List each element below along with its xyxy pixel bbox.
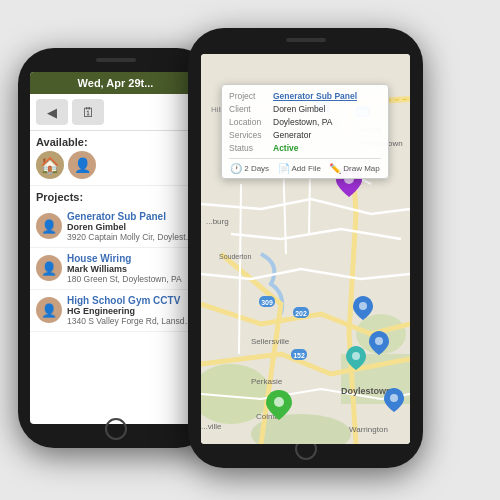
- available-avatar-1: 🏠: [36, 151, 64, 179]
- left-nav: ◀ 🗓: [30, 94, 201, 131]
- popup-client-value: Doren Gimbel: [273, 104, 325, 115]
- svg-point-37: [274, 397, 284, 407]
- popup-services-label: Services: [229, 130, 273, 141]
- popup-action-file[interactable]: 📄 Add File: [278, 163, 321, 174]
- popup-client-label: Client: [229, 104, 273, 115]
- project-item-2[interactable]: 👤 House Wiring Mark Williams 180 Green S…: [30, 248, 201, 290]
- popup-action-draw[interactable]: ✏️ Draw Map: [329, 163, 379, 174]
- svg-text:309: 309: [261, 299, 273, 306]
- project-avatar-2: 👤: [36, 255, 62, 281]
- popup-action-draw-label: Draw Map: [343, 164, 379, 173]
- left-phone: Wed, Apr 29t... ◀ 🗓 Available: 🏠 👤 Proje…: [18, 48, 213, 448]
- project-info-2: House Wiring Mark Williams 180 Green St,…: [67, 253, 195, 284]
- left-phone-screen: Wed, Apr 29t... ◀ 🗓 Available: 🏠 👤 Proje…: [30, 72, 201, 424]
- popup-status-value: Active: [273, 143, 299, 154]
- project-item[interactable]: 👤 Generator Sub Panel Doren Gimbel 3920 …: [30, 206, 201, 248]
- svg-text:Perkasie: Perkasie: [251, 377, 283, 386]
- popup-actions: 🕐 2 Days 📄 Add File ✏️ Draw Map: [229, 158, 381, 178]
- project-client-3: HG Engineering: [67, 306, 195, 316]
- popup-services-value: Generator: [273, 130, 311, 141]
- svg-text:Warrington: Warrington: [349, 425, 388, 434]
- project-addr-1: 3920 Captain Molly Cir, Doylestown, P: [67, 232, 195, 242]
- project-item-3[interactable]: 👤 High School Gym CCTV HG Engineering 13…: [30, 290, 201, 332]
- project-title-2: House Wiring: [67, 253, 195, 264]
- popup-action-file-label: Add File: [292, 164, 321, 173]
- project-client-1: Doren Gimbel: [67, 222, 195, 232]
- back-icon: ◀: [47, 105, 57, 120]
- popup-client-row: Client Doren Gimbel: [229, 104, 381, 115]
- right-phone: 78 611 309 202 152 Hellertown Alexa... F…: [188, 28, 423, 468]
- calendar-icon: 🗓: [82, 105, 95, 120]
- popup-project-value[interactable]: Generator Sub Panel: [273, 91, 357, 102]
- project-avatar-3: 👤: [36, 297, 62, 323]
- svg-point-33: [375, 337, 383, 345]
- popup-location-value: Doylestown, PA: [273, 117, 332, 128]
- popup-action-days-label: 2 Days: [244, 164, 269, 173]
- svg-text:...ville: ...ville: [201, 422, 222, 431]
- popup-location-label: Location: [229, 117, 273, 128]
- svg-text:152: 152: [293, 352, 305, 359]
- svg-point-35: [352, 352, 360, 360]
- svg-point-31: [359, 302, 367, 310]
- right-phone-screen: 78 611 309 202 152 Hellertown Alexa... F…: [201, 54, 410, 444]
- popup-status-row: Status Active: [229, 143, 381, 154]
- popup-project-row: Project Generator Sub Panel: [229, 91, 381, 102]
- svg-text:202: 202: [295, 310, 307, 317]
- popup-location-row: Location Doylestown, PA: [229, 117, 381, 128]
- available-label: Available:: [30, 131, 201, 151]
- project-info-3: High School Gym CCTV HG Engineering 1340…: [67, 295, 195, 326]
- svg-text:Doylestown: Doylestown: [341, 386, 392, 396]
- available-avatars: 🏠 👤: [30, 151, 201, 186]
- left-header: Wed, Apr 29t...: [30, 72, 201, 94]
- project-client-2: Mark Williams: [67, 264, 195, 274]
- popup-project-label: Project: [229, 91, 273, 102]
- project-title-1: Generator Sub Panel: [67, 211, 195, 222]
- clock-icon: 🕐: [230, 163, 242, 174]
- available-avatar-2: 👤: [68, 151, 96, 179]
- svg-text:Sellersville: Sellersville: [251, 337, 290, 346]
- project-addr-2: 180 Green St, Doylestown, PA: [67, 274, 195, 284]
- popup-status-label: Status: [229, 143, 273, 154]
- map-popup: Project Generator Sub Panel Client Doren…: [221, 84, 389, 179]
- svg-text:Souderton: Souderton: [219, 253, 251, 260]
- project-title-3: High School Gym CCTV: [67, 295, 195, 306]
- svg-text:...burg: ...burg: [206, 217, 229, 226]
- file-icon: 📄: [278, 163, 290, 174]
- svg-point-39: [390, 394, 398, 402]
- popup-action-days[interactable]: 🕐 2 Days: [230, 163, 269, 174]
- popup-services-row: Services Generator: [229, 130, 381, 141]
- draw-icon: ✏️: [329, 163, 341, 174]
- project-info-1: Generator Sub Panel Doren Gimbel 3920 Ca…: [67, 211, 195, 242]
- back-button[interactable]: ◀: [36, 99, 68, 125]
- map-container[interactable]: 78 611 309 202 152 Hellertown Alexa... F…: [201, 54, 410, 444]
- project-avatar-1: 👤: [36, 213, 62, 239]
- date-display: Wed, Apr 29t...: [78, 77, 154, 89]
- project-addr-3: 1340 S Valley Forge Rd, Lansdale, PA: [67, 316, 195, 326]
- projects-label: Projects:: [30, 186, 201, 206]
- calendar-button[interactable]: 🗓: [72, 99, 104, 125]
